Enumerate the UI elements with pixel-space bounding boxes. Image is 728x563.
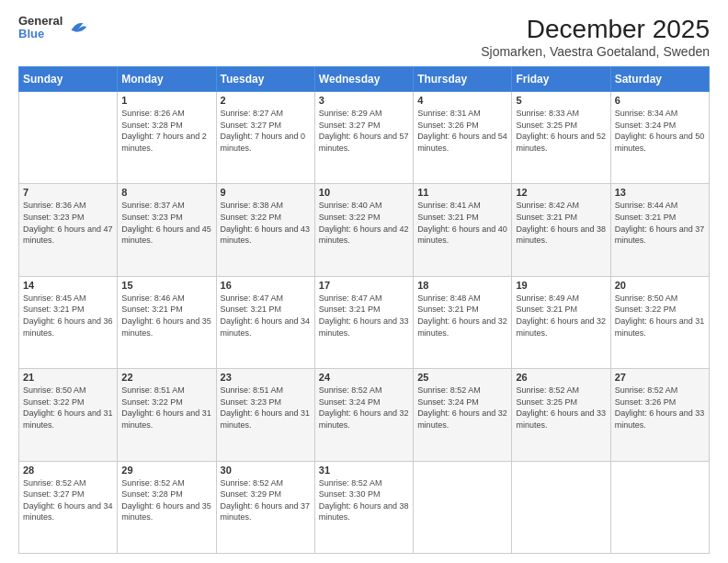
day-cell: 13Sunrise: 8:44 AMSunset: 3:21 PMDayligh… xyxy=(610,184,709,276)
day-info: Sunrise: 8:52 AMSunset: 3:30 PMDaylight:… xyxy=(319,477,409,523)
day-cell xyxy=(610,461,709,553)
weekday-header-tuesday: Tuesday xyxy=(216,67,314,92)
day-info: Sunrise: 8:29 AMSunset: 3:27 PMDaylight:… xyxy=(319,108,409,154)
day-cell: 22Sunrise: 8:51 AMSunset: 3:22 PMDayligh… xyxy=(118,369,216,461)
day-info: Sunrise: 8:52 AMSunset: 3:28 PMDaylight:… xyxy=(121,477,211,523)
day-info: Sunrise: 8:52 AMSunset: 3:24 PMDaylight:… xyxy=(417,385,507,431)
day-cell: 16Sunrise: 8:47 AMSunset: 3:21 PMDayligh… xyxy=(216,276,314,368)
day-cell: 14Sunrise: 8:45 AMSunset: 3:21 PMDayligh… xyxy=(19,276,118,368)
day-info: Sunrise: 8:38 AMSunset: 3:22 PMDaylight:… xyxy=(221,200,311,246)
day-info: Sunrise: 8:48 AMSunset: 3:21 PMDaylight:… xyxy=(417,293,507,339)
day-number: 17 xyxy=(319,280,409,291)
day-number: 15 xyxy=(121,280,211,291)
weekday-header-thursday: Thursday xyxy=(414,67,512,92)
day-info: Sunrise: 8:33 AMSunset: 3:25 PMDaylight:… xyxy=(516,108,606,154)
day-number: 11 xyxy=(417,187,507,198)
day-number: 18 xyxy=(417,280,507,291)
day-number: 26 xyxy=(516,372,606,383)
week-row-2: 7Sunrise: 8:36 AMSunset: 3:23 PMDaylight… xyxy=(19,184,710,276)
day-cell: 12Sunrise: 8:42 AMSunset: 3:21 PMDayligh… xyxy=(512,184,610,276)
day-number: 13 xyxy=(615,187,705,198)
day-number: 1 xyxy=(121,95,211,106)
calendar-subtitle: Sjomarken, Vaestra Goetaland, Sweden xyxy=(481,44,710,59)
calendar-table: SundayMondayTuesdayWednesdayThursdayFrid… xyxy=(18,66,710,554)
day-cell: 30Sunrise: 8:52 AMSunset: 3:29 PMDayligh… xyxy=(216,461,314,553)
day-info: Sunrise: 8:42 AMSunset: 3:21 PMDaylight:… xyxy=(516,200,606,246)
logo-text: General Blue xyxy=(18,15,63,41)
day-number: 20 xyxy=(615,280,705,291)
day-cell: 8Sunrise: 8:37 AMSunset: 3:23 PMDaylight… xyxy=(118,184,216,276)
day-cell: 25Sunrise: 8:52 AMSunset: 3:24 PMDayligh… xyxy=(414,369,512,461)
day-number: 29 xyxy=(121,465,211,476)
calendar-title: December 2025 xyxy=(481,15,710,44)
header: General Blue December 2025 Sjomarken, Va… xyxy=(18,15,710,59)
day-number: 3 xyxy=(319,95,409,106)
day-info: Sunrise: 8:52 AMSunset: 3:27 PMDaylight:… xyxy=(23,477,113,523)
day-number: 16 xyxy=(221,280,311,291)
day-cell: 27Sunrise: 8:52 AMSunset: 3:26 PMDayligh… xyxy=(610,369,709,461)
calendar-header: SundayMondayTuesdayWednesdayThursdayFrid… xyxy=(19,67,710,92)
day-number: 19 xyxy=(516,280,606,291)
day-info: Sunrise: 8:52 AMSunset: 3:29 PMDaylight:… xyxy=(221,477,311,523)
day-cell: 3Sunrise: 8:29 AMSunset: 3:27 PMDaylight… xyxy=(314,92,413,184)
day-info: Sunrise: 8:46 AMSunset: 3:21 PMDaylight:… xyxy=(121,293,211,339)
week-row-1: 1Sunrise: 8:26 AMSunset: 3:28 PMDaylight… xyxy=(19,92,710,184)
day-cell: 24Sunrise: 8:52 AMSunset: 3:24 PMDayligh… xyxy=(314,369,413,461)
day-cell: 26Sunrise: 8:52 AMSunset: 3:25 PMDayligh… xyxy=(512,369,610,461)
weekday-header-monday: Monday xyxy=(118,67,216,92)
day-cell: 6Sunrise: 8:34 AMSunset: 3:24 PMDaylight… xyxy=(610,92,709,184)
logo-blue: Blue xyxy=(18,28,63,40)
day-cell: 31Sunrise: 8:52 AMSunset: 3:30 PMDayligh… xyxy=(314,461,413,553)
day-number: 4 xyxy=(417,95,507,106)
day-number: 23 xyxy=(221,372,311,383)
day-cell: 4Sunrise: 8:31 AMSunset: 3:26 PMDaylight… xyxy=(414,92,512,184)
week-row-4: 21Sunrise: 8:50 AMSunset: 3:22 PMDayligh… xyxy=(19,369,710,461)
day-cell xyxy=(19,92,118,184)
day-number: 6 xyxy=(615,95,705,106)
day-info: Sunrise: 8:45 AMSunset: 3:21 PMDaylight:… xyxy=(23,293,113,339)
day-info: Sunrise: 8:34 AMSunset: 3:24 PMDaylight:… xyxy=(615,108,705,154)
day-number: 28 xyxy=(23,465,113,476)
day-number: 14 xyxy=(23,280,113,291)
day-info: Sunrise: 8:41 AMSunset: 3:21 PMDaylight:… xyxy=(417,200,507,246)
day-cell: 19Sunrise: 8:49 AMSunset: 3:21 PMDayligh… xyxy=(512,276,610,368)
day-info: Sunrise: 8:52 AMSunset: 3:24 PMDaylight:… xyxy=(319,385,409,431)
day-cell: 28Sunrise: 8:52 AMSunset: 3:27 PMDayligh… xyxy=(19,461,118,553)
day-cell: 21Sunrise: 8:50 AMSunset: 3:22 PMDayligh… xyxy=(19,369,118,461)
day-number: 22 xyxy=(121,372,211,383)
week-row-5: 28Sunrise: 8:52 AMSunset: 3:27 PMDayligh… xyxy=(19,461,710,553)
day-number: 8 xyxy=(121,187,211,198)
day-info: Sunrise: 8:52 AMSunset: 3:26 PMDaylight:… xyxy=(615,385,705,431)
logo-bird-icon xyxy=(64,15,90,40)
day-cell xyxy=(512,461,610,553)
day-info: Sunrise: 8:47 AMSunset: 3:21 PMDaylight:… xyxy=(221,293,311,339)
day-number: 24 xyxy=(319,372,409,383)
day-cell xyxy=(414,461,512,553)
day-info: Sunrise: 8:47 AMSunset: 3:21 PMDaylight:… xyxy=(319,293,409,339)
weekday-header-saturday: Saturday xyxy=(610,67,709,92)
day-cell: 2Sunrise: 8:27 AMSunset: 3:27 PMDaylight… xyxy=(216,92,314,184)
week-row-3: 14Sunrise: 8:45 AMSunset: 3:21 PMDayligh… xyxy=(19,276,710,368)
day-info: Sunrise: 8:26 AMSunset: 3:28 PMDaylight:… xyxy=(121,108,211,154)
day-info: Sunrise: 8:51 AMSunset: 3:23 PMDaylight:… xyxy=(221,385,311,431)
day-info: Sunrise: 8:52 AMSunset: 3:25 PMDaylight:… xyxy=(516,385,606,431)
calendar-body: 1Sunrise: 8:26 AMSunset: 3:28 PMDaylight… xyxy=(19,92,710,554)
day-number: 5 xyxy=(516,95,606,106)
page: General Blue December 2025 Sjomarken, Va… xyxy=(0,0,728,563)
day-number: 21 xyxy=(23,372,113,383)
logo: General Blue xyxy=(18,15,90,41)
day-info: Sunrise: 8:27 AMSunset: 3:27 PMDaylight:… xyxy=(221,108,311,154)
day-number: 2 xyxy=(221,95,311,106)
day-cell: 20Sunrise: 8:50 AMSunset: 3:22 PMDayligh… xyxy=(610,276,709,368)
day-cell: 18Sunrise: 8:48 AMSunset: 3:21 PMDayligh… xyxy=(414,276,512,368)
day-number: 25 xyxy=(417,372,507,383)
day-number: 31 xyxy=(319,465,409,476)
day-info: Sunrise: 8:36 AMSunset: 3:23 PMDaylight:… xyxy=(23,200,113,246)
day-number: 9 xyxy=(221,187,311,198)
day-info: Sunrise: 8:50 AMSunset: 3:22 PMDaylight:… xyxy=(23,385,113,431)
day-number: 12 xyxy=(516,187,606,198)
weekday-header-friday: Friday xyxy=(512,67,610,92)
day-info: Sunrise: 8:31 AMSunset: 3:26 PMDaylight:… xyxy=(417,108,507,154)
day-cell: 17Sunrise: 8:47 AMSunset: 3:21 PMDayligh… xyxy=(314,276,413,368)
day-cell: 10Sunrise: 8:40 AMSunset: 3:22 PMDayligh… xyxy=(314,184,413,276)
